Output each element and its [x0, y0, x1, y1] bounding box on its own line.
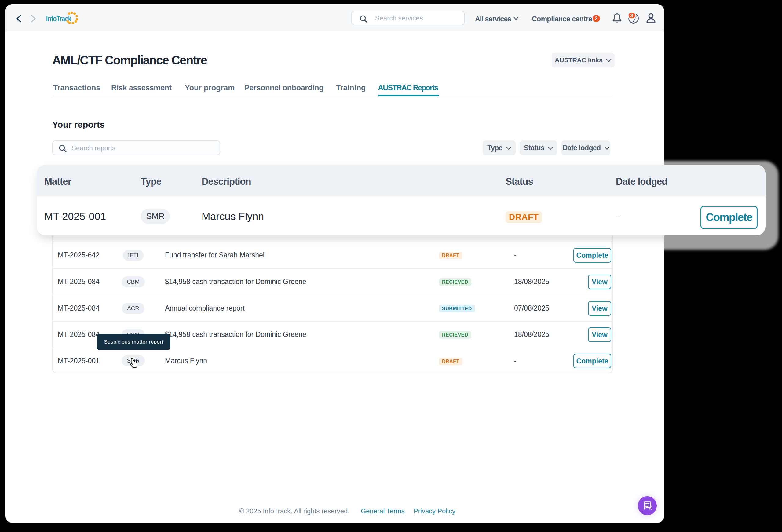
svg-text:3: 3: [631, 13, 633, 19]
